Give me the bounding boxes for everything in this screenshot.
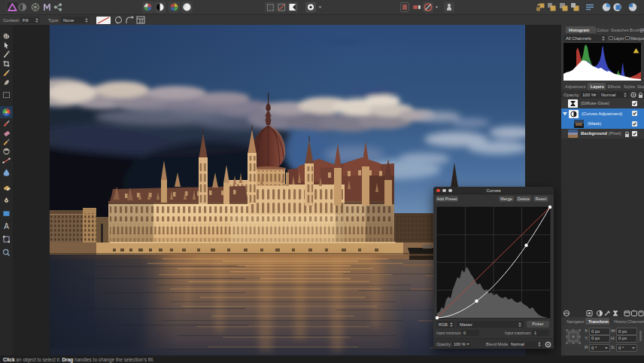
svg-text:A: A — [4, 222, 9, 230]
